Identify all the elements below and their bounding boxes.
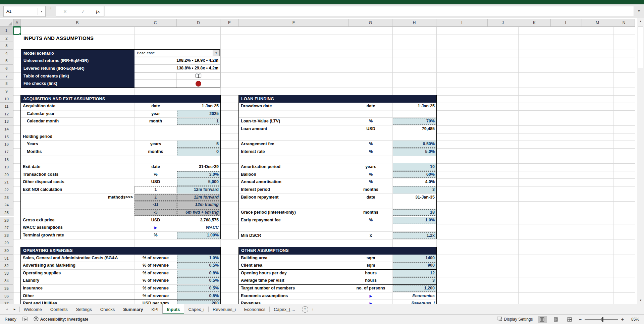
row-header-34[interactable]: 34 (0, 277, 13, 285)
input-cell[interactable]: 1.0% (392, 217, 436, 224)
scroll-up-icon[interactable]: ▲ (637, 18, 644, 25)
row-header-24[interactable]: 24 (0, 201, 13, 209)
row-header-35[interactable]: 35 (0, 285, 13, 292)
input-cell[interactable]: 70% (392, 118, 436, 125)
chevron-down-icon[interactable]: ▼ (38, 10, 45, 13)
row-header-36[interactable]: 36 (0, 292, 13, 300)
new-sheet-button[interactable]: + (302, 306, 308, 313)
row-header-15[interactable]: 15 (0, 133, 13, 141)
input-cell[interactable]: 12m forward (177, 186, 220, 194)
scroll-down-icon[interactable]: ▼ (637, 297, 644, 304)
book-icon[interactable] (177, 72, 220, 80)
input-cell[interactable]: 1.2x (392, 232, 436, 239)
input-cell[interactable]: 1.00% (177, 232, 220, 239)
scenario-dropdown[interactable]: Base case ▼ (135, 50, 220, 57)
link-cell[interactable]: WACC (177, 224, 220, 231)
zoom-slider-handle[interactable] (602, 317, 603, 322)
input-cell[interactable]: 1 (177, 118, 220, 125)
vertical-scroll-thumb[interactable] (638, 26, 643, 68)
normal-view-button[interactable] (538, 316, 547, 323)
input-cell[interactable]: 5.0% (392, 148, 436, 156)
column-header-L[interactable]: L (551, 19, 582, 27)
name-box[interactable]: A1 ▼ (3, 6, 46, 17)
row-header-26[interactable]: 26 (0, 217, 13, 224)
input-cell[interactable]: 0.5% (177, 262, 220, 269)
selected-cell[interactable] (13, 27, 21, 35)
zoom-out-icon[interactable]: − (579, 317, 582, 322)
input-cell[interactable]: 0.5% (177, 292, 220, 300)
input-cell[interactable]: 3.0% (177, 171, 220, 178)
sheet-tab-settings[interactable]: Settings (72, 304, 96, 314)
row-header-21[interactable]: 21 (0, 178, 13, 186)
sheet-tab-capex[interactable]: Capex_( ... (270, 304, 299, 314)
row-header-37[interactable]: 37 (0, 300, 13, 304)
row-header-17[interactable]: 17 (0, 148, 13, 156)
page-layout-view-button[interactable] (551, 316, 560, 323)
link-cell[interactable]: Revenues_i (392, 300, 436, 304)
input-cell[interactable]: 60% (392, 171, 436, 178)
row-header-6[interactable]: 6 (0, 65, 13, 72)
triangle-right-icon[interactable]: ▶ (154, 226, 157, 229)
chevron-down-icon[interactable]: ▼ (213, 50, 219, 56)
zoom-slider[interactable] (585, 319, 618, 320)
input-cell[interactable]: 0.50% (392, 141, 436, 148)
all-sheets-icon[interactable]: ⋮ (311, 308, 315, 311)
row-header-3[interactable]: 3 (0, 42, 13, 50)
column-header-B[interactable]: B (21, 19, 134, 27)
column-header-H[interactable]: H (392, 19, 436, 27)
spreadsheet-grid[interactable]: ABCDEFGHIJKLMN 1234567891011121314151617… (0, 18, 637, 304)
row-header-9[interactable]: 9 (0, 88, 13, 95)
sheet-tab-revenues-i[interactable]: Revenues_i (209, 304, 240, 314)
sheet-tab-capex-i[interactable]: Capex_i (184, 304, 208, 314)
input-cell[interactable]: 0 (177, 148, 220, 156)
column-header-F[interactable]: F (239, 19, 349, 27)
select-all-corner[interactable] (0, 19, 13, 27)
input-cell[interactable]: 0.8% (177, 270, 220, 277)
row-header-4[interactable]: 4 (0, 50, 13, 57)
row-header-14[interactable]: 14 (0, 125, 13, 133)
input-cell[interactable]: 1.0% (177, 255, 220, 262)
expand-formula-bar-icon[interactable]: ▼ (635, 6, 643, 16)
row-header-5[interactable]: 5 (0, 57, 13, 65)
input-cell[interactable]: 5 (177, 141, 220, 148)
input-cell[interactable]: 2025 (177, 110, 220, 118)
tabs-scroll-left-icon[interactable]: ◄ (5, 308, 8, 311)
input-cell[interactable]: 1,200 (392, 285, 436, 292)
row-header-2[interactable]: 2 (0, 35, 13, 42)
formula-input[interactable] (105, 6, 634, 16)
accessibility-status[interactable]: Accessibility: Investigate (40, 317, 88, 322)
page-break-preview-button[interactable] (565, 316, 574, 323)
fill-handle[interactable] (19, 33, 21, 35)
row-header-13[interactable]: 13 (0, 118, 13, 125)
row-header-22[interactable]: 22 (0, 186, 13, 194)
row-header-23[interactable]: 23 (0, 194, 13, 202)
sheet-tab-summary[interactable]: Summary (119, 304, 147, 314)
file-checks-link-label[interactable]: File checks (link) (21, 80, 135, 88)
row-header-25[interactable]: 25 (0, 209, 13, 217)
row-header-33[interactable]: 33 (0, 270, 13, 277)
sheet-tab-contents[interactable]: Contents (46, 304, 72, 314)
input-cell[interactable]: 3 (392, 186, 436, 194)
column-header-D[interactable]: D (177, 19, 220, 27)
row-header-29[interactable]: 29 (0, 239, 13, 247)
zoom-level[interactable]: 85% (629, 317, 639, 322)
row-header-11[interactable]: 11 (0, 103, 13, 110)
triangle-right-icon[interactable]: ▶ (370, 302, 372, 304)
input-cell[interactable]: 0.5% (177, 277, 220, 284)
column-header-C[interactable]: C (134, 19, 177, 27)
row-header-1[interactable]: 1 (0, 27, 13, 35)
sheet-tab-welcome[interactable]: Welcome (20, 304, 46, 314)
insert-function-icon[interactable]: fx (96, 9, 100, 14)
row-header-27[interactable]: 27 (0, 224, 13, 232)
row-header-18[interactable]: 18 (0, 156, 13, 164)
row-header-20[interactable]: 20 (0, 171, 13, 179)
column-header-E[interactable]: E (220, 19, 239, 27)
column-header-K[interactable]: K (518, 19, 551, 27)
enter-icon[interactable]: ✓ (78, 9, 88, 14)
input-cell[interactable]: 0.5% (177, 285, 220, 292)
row-header-19[interactable]: 19 (0, 163, 13, 171)
column-header-N[interactable]: N (613, 19, 635, 27)
input-cell[interactable]: 1400 (392, 255, 436, 262)
input-cell[interactable]: 18 (392, 209, 436, 216)
link-cell[interactable]: Economics (392, 292, 436, 300)
